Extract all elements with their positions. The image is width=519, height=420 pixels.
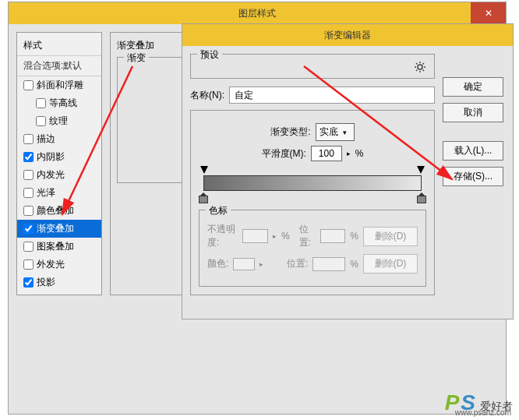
gradient-editor-window: 渐变编辑器 确定 取消 载入(L)... 存储(S)... 预设 名称(N): <box>182 23 514 319</box>
name-row: 名称(N): <box>190 86 435 104</box>
presets-box: 预设 <box>190 54 435 79</box>
color-stop-right[interactable] <box>417 192 426 203</box>
style-item-11[interactable]: 投影 <box>17 274 101 291</box>
cancel-button[interactable]: 取消 <box>443 103 503 122</box>
cs-color-label: 颜色: <box>207 257 228 270</box>
svg-line-7 <box>416 70 418 72</box>
style-checkbox[interactable] <box>36 116 46 126</box>
style-item-9[interactable]: 图案叠加 <box>17 238 101 256</box>
style-checkbox[interactable] <box>23 80 34 90</box>
cs-opacity-label: 不透明度: <box>207 223 238 249</box>
gradient-editor-title: 渐变编辑器 <box>324 29 371 42</box>
style-label: 图案叠加 <box>37 240 74 253</box>
layer-style-title: 图层样式 <box>238 7 276 20</box>
style-checkbox[interactable] <box>23 188 34 198</box>
gradient-type-label: 渐变类型: <box>270 125 310 139</box>
style-checkbox[interactable] <box>23 134 34 144</box>
style-label: 渐变叠加 <box>37 222 74 235</box>
style-label: 内阴影 <box>37 150 65 164</box>
gear-icon[interactable] <box>414 61 426 73</box>
styles-list-panel: 样式 混合选项:默认 斜面和浮雕等高线纹理描边内阴影内发光光泽颜色叠加渐变叠加图… <box>16 32 102 295</box>
watermark-url: www.psahz.com <box>455 408 511 417</box>
delete-opacity-stop-button[interactable]: 删除(D) <box>363 227 418 246</box>
style-item-0[interactable]: 斜面和浮雕 <box>17 76 101 94</box>
chevron-right-icon: ▸ <box>260 260 263 268</box>
style-item-3[interactable]: 描边 <box>17 130 101 148</box>
style-item-10[interactable]: 外发光 <box>17 256 101 274</box>
style-checkbox[interactable] <box>23 170 34 180</box>
side-buttons: 确定 取消 载入(L)... 存储(S)... <box>443 77 503 186</box>
smoothness-input[interactable] <box>311 146 342 161</box>
close-button[interactable]: ✕ <box>471 2 506 24</box>
style-item-4[interactable]: 内阴影 <box>17 148 101 166</box>
gradient-group-label: 渐变 <box>124 51 149 65</box>
style-label: 颜色叠加 <box>37 204 74 217</box>
color-stop-left[interactable] <box>199 192 208 203</box>
gradient-editor-body: 确定 取消 载入(L)... 存储(S)... 预设 名称(N): 渐变类型: <box>182 46 513 303</box>
style-item-1[interactable]: 等高线 <box>17 94 101 112</box>
percent-label: % <box>281 231 290 242</box>
load-button[interactable]: 载入(L)... <box>443 141 503 161</box>
svg-line-8 <box>423 63 425 65</box>
percent-label: % <box>355 148 364 159</box>
watermark: P S 爱好者 www.psahz.com <box>445 390 513 415</box>
gradient-bar[interactable] <box>199 169 426 197</box>
gradient-preview[interactable] <box>203 175 422 191</box>
cs-color-position-field[interactable] <box>312 257 345 271</box>
style-label: 内发光 <box>37 168 65 182</box>
cs-opacity-field[interactable] <box>242 229 268 243</box>
style-label: 光泽 <box>37 186 55 199</box>
style-label: 等高线 <box>49 97 77 110</box>
style-checkbox[interactable] <box>36 98 46 108</box>
ok-button[interactable]: 确定 <box>443 77 503 97</box>
style-item-6[interactable]: 光泽 <box>17 184 101 202</box>
gradient-editor-titlebar: 渐变编辑器 <box>182 24 513 46</box>
layer-style-titlebar: 图层样式 ✕ <box>9 2 506 24</box>
cs-position-field[interactable] <box>320 229 346 243</box>
svg-point-0 <box>418 65 422 69</box>
style-item-5[interactable]: 内发光 <box>17 166 101 184</box>
color-stops-label: 色标 <box>206 204 231 217</box>
presets-label: 预设 <box>197 48 222 62</box>
close-icon: ✕ <box>485 8 493 19</box>
style-label: 斜面和浮雕 <box>37 79 83 92</box>
style-item-2[interactable]: 纹理 <box>17 112 101 130</box>
style-checkbox[interactable] <box>23 277 34 288</box>
style-label: 纹理 <box>49 115 68 128</box>
chevron-right-icon: ▸ <box>273 232 277 240</box>
delete-color-stop-button[interactable]: 删除(D) <box>363 254 418 274</box>
style-checkbox[interactable] <box>23 224 34 234</box>
style-checkbox[interactable] <box>23 242 34 252</box>
opacity-stop-left[interactable] <box>200 166 208 174</box>
styles-header: 样式 <box>17 36 101 56</box>
style-checkbox[interactable] <box>23 152 34 162</box>
opacity-stop-right[interactable] <box>417 166 425 174</box>
color-stops-box: 色标 不透明度: ▸ % 位置: % 删除(D) 颜色: <box>199 210 426 287</box>
style-label: 描边 <box>37 132 55 146</box>
smoothness-label: 平滑度(M): <box>262 147 306 161</box>
chevron-down-icon[interactable]: ▸ <box>347 150 351 157</box>
svg-line-5 <box>416 63 418 65</box>
chevron-down-icon: ▾ <box>343 129 347 136</box>
gradient-settings: 渐变类型: 实底 ▾ 平滑度(M): ▸ % <box>190 110 435 295</box>
percent-label: % <box>350 259 358 270</box>
gradient-type-select[interactable]: 实底 ▾ <box>316 123 355 141</box>
gradient-type-value: 实底 <box>320 125 338 139</box>
style-item-8[interactable]: 渐变叠加 <box>17 220 101 238</box>
cs-color-swatch[interactable] <box>233 258 255 270</box>
style-label: 投影 <box>37 276 55 289</box>
cs-position-label: 位置: <box>299 223 316 249</box>
svg-line-6 <box>423 70 425 72</box>
style-item-7[interactable]: 颜色叠加 <box>17 202 101 220</box>
style-checkbox[interactable] <box>23 206 34 216</box>
style-label: 外发光 <box>37 258 65 271</box>
name-input[interactable] <box>229 86 435 104</box>
save-button[interactable]: 存储(S)... <box>443 167 503 186</box>
blend-options-default[interactable]: 混合选项:默认 <box>17 56 101 76</box>
cs-position-label: 位置: <box>287 257 308 270</box>
style-checkbox[interactable] <box>23 259 34 270</box>
name-label: 名称(N): <box>190 89 224 102</box>
percent-label: % <box>350 231 358 242</box>
